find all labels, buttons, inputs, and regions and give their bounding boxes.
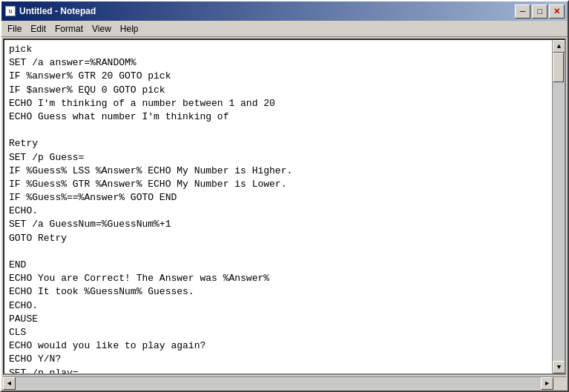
window-title: Untitled - Notepad (19, 6, 96, 16)
title-bar: N Untitled - Notepad ─ □ ✕ (1, 1, 568, 21)
scrollbar-corner (553, 377, 566, 390)
title-bar-left: N Untitled - Notepad (4, 5, 96, 17)
close-button[interactable]: ✕ (549, 4, 565, 19)
minimize-button[interactable]: ─ (515, 4, 530, 19)
vertical-scrollbar: ▲ ▼ (552, 40, 565, 373)
main-window: N Untitled - Notepad ─ □ ✕ File Edit For… (0, 0, 569, 392)
notepad-icon: N (5, 6, 16, 16)
editor-area: ▲ ▼ (3, 39, 566, 375)
scroll-thumb-vertical[interactable] (553, 53, 564, 82)
scroll-right-button[interactable]: ► (541, 377, 553, 390)
text-editor[interactable] (4, 40, 552, 373)
scroll-track-vertical[interactable] (553, 53, 565, 361)
menu-format[interactable]: Format (50, 22, 88, 36)
menu-edit[interactable]: Edit (26, 22, 50, 36)
scroll-down-button[interactable]: ▼ (553, 361, 565, 373)
app-icon: N (4, 5, 16, 17)
title-bar-buttons: ─ □ ✕ (515, 4, 565, 19)
scroll-track-horizontal[interactable] (16, 377, 541, 389)
menu-help[interactable]: Help (116, 22, 143, 36)
maximize-button[interactable]: □ (532, 4, 547, 19)
menu-view[interactable]: View (88, 22, 116, 36)
scroll-up-button[interactable]: ▲ (553, 40, 565, 53)
horizontal-scrollbar: ◄ ► (3, 376, 566, 389)
menu-bar: File Edit Format View Help (1, 21, 568, 37)
scroll-left-button[interactable]: ◄ (3, 377, 16, 390)
menu-file[interactable]: File (3, 22, 26, 36)
